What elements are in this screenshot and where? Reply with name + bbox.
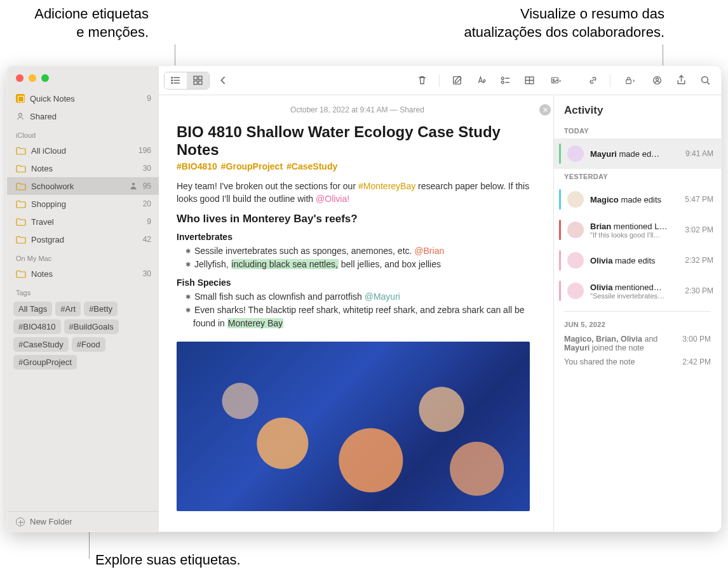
sidebar-folder[interactable]: Schoolwork95 xyxy=(7,177,159,195)
folder-count: 95 xyxy=(143,182,151,190)
avatar xyxy=(567,222,584,238)
svg-point-1 xyxy=(131,182,134,185)
close-window-button[interactable] xyxy=(16,74,24,82)
activity-shared-entry: You shared the note 2:42 PM xyxy=(554,355,721,369)
sidebar-folder-shared[interactable]: Shared xyxy=(7,107,159,125)
tag-chip[interactable]: #Art xyxy=(55,302,81,316)
mention[interactable]: @Brian xyxy=(414,246,444,256)
folder-label: Quick Notes xyxy=(30,94,142,103)
svg-point-15 xyxy=(501,81,504,84)
sidebar-folder[interactable]: All iCloud196 xyxy=(7,142,159,159)
hashtag[interactable]: #CaseStudy xyxy=(286,161,337,171)
svg-rect-9 xyxy=(199,76,202,79)
back-button[interactable] xyxy=(212,72,234,89)
avatar xyxy=(567,283,584,299)
sidebar-folder[interactable]: Travel9 xyxy=(7,213,159,230)
svg-rect-22 xyxy=(626,80,631,84)
lock-button[interactable] xyxy=(617,72,644,89)
tag-chip[interactable]: All Tags xyxy=(13,302,52,316)
tag-chip[interactable]: #GroupProject xyxy=(13,355,77,370)
search-button[interactable] xyxy=(694,72,716,89)
mention[interactable]: @Olivia! xyxy=(316,194,349,204)
tag-chip[interactable]: #Betty xyxy=(84,302,118,316)
tag-chip[interactable]: #Food xyxy=(72,337,105,352)
sidebar-folder-quick-notes[interactable]: Quick Notes 9 xyxy=(7,90,159,107)
activity-panel: Activity TODAY Mayuri made ed…9:41 AM YE… xyxy=(553,95,721,531)
table-button[interactable] xyxy=(518,72,540,89)
sidebar-folder[interactable]: Notes30 xyxy=(7,159,159,177)
tag-chip[interactable]: #CaseStudy xyxy=(13,337,69,352)
tag-chip[interactable]: #BuildGoals xyxy=(64,319,119,334)
note-bullet: Jellyfish, including black sea nettles, … xyxy=(177,258,538,271)
gallery-view-button[interactable] xyxy=(187,72,209,89)
highlight: Monterey Bay xyxy=(227,318,283,328)
new-note-button[interactable] xyxy=(446,72,468,89)
format-button[interactable] xyxy=(470,72,492,89)
svg-point-13 xyxy=(501,77,504,79)
folder-count: 9 xyxy=(147,94,151,103)
activity-time: 2:32 PM xyxy=(685,256,713,265)
activity-row[interactable]: Brian mentioned L…"If this looks good I'… xyxy=(554,215,721,245)
note-bullet: Even sharks! The blacktip reef shark, wh… xyxy=(177,304,538,330)
svg-point-24 xyxy=(656,78,658,81)
folder-label: Postgrad xyxy=(31,235,138,244)
activity-row[interactable]: Magico made edits5:47 PM xyxy=(554,184,721,215)
link-button[interactable] xyxy=(582,72,603,89)
hashtag[interactable]: #BIO4810 xyxy=(177,161,217,171)
activity-section-yesterday: YESTERDAY xyxy=(554,169,721,184)
toolbar xyxy=(159,66,721,95)
callout-tags-mentions: Adicione etiquetas e menções. xyxy=(6,5,149,41)
sidebar-section-icloud: iCloud xyxy=(7,125,159,142)
sidebar: Quick Notes 9 Shared iCloud All iCloud19… xyxy=(7,66,159,531)
activity-color-bar xyxy=(559,281,561,301)
svg-rect-11 xyxy=(199,81,202,84)
activity-section-date: JUN 5, 2022 xyxy=(554,317,721,332)
note-editor[interactable]: ✕ October 18, 2022 at 9:41 AM — Shared B… xyxy=(159,95,553,531)
media-button[interactable] xyxy=(543,72,569,89)
note-bullet: Small fish such as clownfish and parrotf… xyxy=(177,290,538,304)
minimize-window-button[interactable] xyxy=(29,74,36,82)
note-subheading: Fish Species xyxy=(177,277,538,288)
svg-rect-10 xyxy=(194,81,197,84)
quick-notes-icon xyxy=(16,94,25,103)
avatar xyxy=(567,191,584,208)
delete-button[interactable] xyxy=(411,72,433,89)
note-attached-image[interactable] xyxy=(177,342,530,511)
new-folder-button[interactable]: New Folder xyxy=(7,511,159,531)
main-column: ✕ October 18, 2022 at 9:41 AM — Shared B… xyxy=(159,66,721,531)
activity-row[interactable]: Olivia mentioned…"Sessile invertebrates…… xyxy=(554,276,721,306)
activity-row[interactable]: Olivia made edits2:32 PM xyxy=(554,245,721,276)
sidebar-folder[interactable]: Postgrad42 xyxy=(7,230,159,248)
hashtag[interactable]: #MontereyBay xyxy=(358,181,415,191)
fullscreen-window-button[interactable] xyxy=(41,74,49,82)
folder-count: 196 xyxy=(138,146,151,155)
highlight: including black sea nettles, xyxy=(231,259,339,269)
folder-label: Schoolwork xyxy=(31,182,124,191)
folder-count: 30 xyxy=(143,164,151,173)
activity-text: Brian mentioned L… xyxy=(590,222,678,231)
mention[interactable]: @Mayuri xyxy=(365,291,400,302)
note-subheading: Invertebrates xyxy=(177,232,538,242)
tag-chip[interactable]: #BIO4810 xyxy=(13,319,61,334)
shared-icon xyxy=(16,112,25,121)
folder-count: 20 xyxy=(143,199,151,208)
folder-label: Shared xyxy=(30,112,151,121)
sidebar-folder[interactable]: Shopping20 xyxy=(7,195,159,213)
activity-join-entry: Magico, Brian, Olivia and Mayuri joined … xyxy=(554,332,721,355)
collaborate-button[interactable] xyxy=(646,72,668,89)
list-view-button[interactable] xyxy=(165,72,187,89)
checklist-button[interactable] xyxy=(494,72,516,89)
activity-row[interactable]: Mayuri made ed…9:41 AM xyxy=(554,138,721,169)
callout-explore-tags: Explore suas etiquetas. xyxy=(95,551,241,570)
sidebar-section-tags: Tags xyxy=(7,283,159,299)
window-controls xyxy=(7,66,159,88)
share-button[interactable] xyxy=(670,72,692,89)
plus-icon xyxy=(16,517,25,526)
close-activity-icon[interactable]: ✕ xyxy=(539,104,551,116)
folder-count: 42 xyxy=(143,235,151,244)
sidebar-folder[interactable]: Notes30 xyxy=(7,265,159,283)
tags-list: All Tags#Art#Betty#BIO4810#BuildGoals#Ca… xyxy=(7,299,159,376)
folder-label: Shopping xyxy=(31,199,138,209)
folder-label: Travel xyxy=(31,217,142,227)
hashtag[interactable]: #GroupProject xyxy=(221,161,283,171)
